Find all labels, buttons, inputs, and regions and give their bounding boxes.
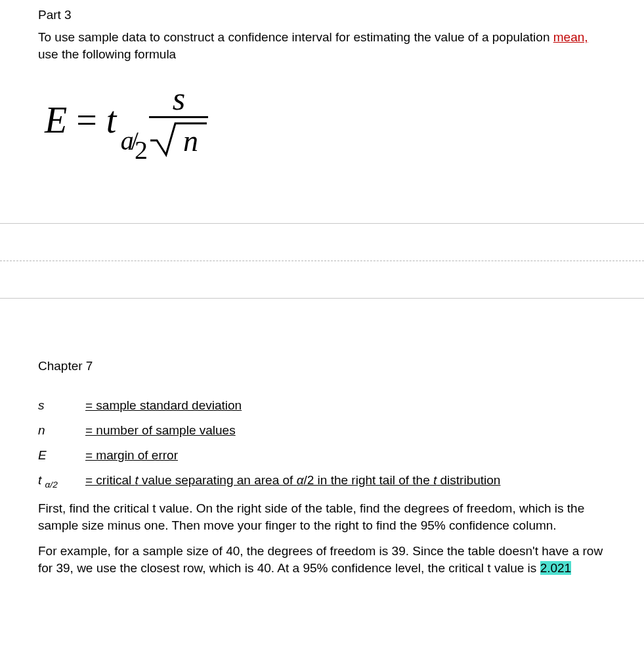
paragraph-2: For example, for a sample size of 40, th… bbox=[38, 543, 606, 576]
para2-pre: For example, for a sample size of 40, th… bbox=[38, 544, 603, 575]
intro-text-pre: To use sample data to construct a confid… bbox=[38, 30, 553, 44]
chapter-heading: Chapter 7 bbox=[38, 359, 606, 373]
intro-text-post: use the following formula bbox=[38, 47, 176, 61]
def-text-n: = number of sample values bbox=[85, 423, 236, 437]
paragraph-1: First, find the critical t value. On the… bbox=[38, 500, 606, 534]
formula-E: E bbox=[45, 102, 67, 138]
page-separator bbox=[0, 223, 644, 299]
def-text-e: = margin of error bbox=[85, 448, 178, 462]
def-sym-n: n bbox=[38, 423, 85, 438]
highlighted-value: 2.021 bbox=[540, 561, 572, 575]
separator-line bbox=[0, 223, 644, 224]
formula-equals: = bbox=[76, 102, 97, 138]
formula-t-subscript: a/2 bbox=[121, 128, 149, 154]
part-label: Part 3 bbox=[38, 8, 606, 22]
def-text-s: = sample standard deviation bbox=[85, 398, 242, 412]
definition-s: s= sample standard deviation bbox=[38, 398, 606, 413]
formula-t: t bbox=[106, 100, 117, 140]
def-text-t-post: distribution bbox=[437, 473, 500, 487]
def-text-t-pre: = critical bbox=[85, 473, 135, 487]
formula-t-term: t a/2 bbox=[106, 102, 117, 138]
def-text-t-mid2: /2 in the right tail of the bbox=[303, 473, 433, 487]
def-sym-t-sub: α/2 bbox=[45, 480, 58, 490]
formula-numerator: s bbox=[169, 82, 189, 116]
formula: E = t a/2 s n bbox=[45, 82, 606, 158]
definition-e: E= margin of error bbox=[38, 448, 606, 463]
def-it-alpha: α bbox=[297, 473, 304, 487]
def-sym-t: t α/2 bbox=[38, 473, 85, 490]
definition-n: n= number of sample values bbox=[38, 423, 606, 438]
mean-link[interactable]: mean, bbox=[553, 30, 588, 44]
sqrt-icon: n bbox=[149, 119, 208, 158]
def-sym-e: E bbox=[38, 448, 85, 463]
page-content-2: Chapter 7 s= sample standard deviation n… bbox=[0, 299, 644, 576]
separator-dashed bbox=[0, 261, 644, 261]
formula-sub-2: 2 bbox=[135, 135, 148, 165]
formula-n: n bbox=[183, 124, 198, 158]
def-sym-t-base: t bbox=[38, 473, 45, 487]
definition-t: t α/2= critical t value separating an ar… bbox=[38, 473, 606, 490]
intro-paragraph: To use sample data to construct a confid… bbox=[38, 29, 606, 62]
def-text-t-mid: value separating an area of bbox=[139, 473, 297, 487]
page-content: Part 3 To use sample data to construct a… bbox=[0, 0, 644, 158]
def-sym-s: s bbox=[38, 398, 85, 413]
formula-denominator: n bbox=[149, 118, 208, 158]
formula-fraction: s n bbox=[149, 82, 208, 158]
document-page: Part 3 To use sample data to construct a… bbox=[0, 0, 644, 577]
